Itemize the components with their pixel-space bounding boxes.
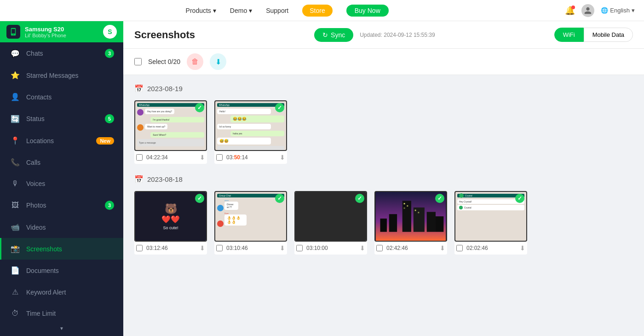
screenshot-checkbox[interactable]	[456, 245, 463, 251]
screenshot-image[interactable]: Group Chat momDinner at 7? Ryan👌👌👌👌👌 ✓	[214, 191, 287, 242]
sidebar-item-status[interactable]: 🔄Status5	[0, 108, 123, 130]
device-header: Samsung S20 Lil' Bobby's Phone S	[0, 21, 123, 42]
starred-icon: ⭐	[11, 71, 20, 80]
notification-dot	[571, 6, 575, 9]
download-button[interactable]: ⬇	[210, 53, 226, 70]
store-button[interactable]: Store	[302, 5, 332, 17]
sidebar-item-label: Videos	[26, 224, 114, 231]
sidebar-item-label: Calls	[26, 159, 114, 166]
download-icon[interactable]: ⬇	[360, 244, 365, 252]
sidebar-item-starred[interactable]: ⭐Starred Messages	[0, 64, 123, 86]
screenshot-card: Crystal Hey Crystal! Crystal ✓02:02:46⬇	[454, 191, 527, 255]
svg-rect-11	[418, 212, 419, 213]
sidebar-item-keyword-alert[interactable]: ⚠Keyword Alert	[0, 281, 123, 303]
calendar-icon: 📅	[134, 175, 144, 184]
sidebar: Samsung S20 Lil' Bobby's Phone S 💬Chats3…	[0, 21, 123, 336]
content-header: Screenshots ↻ Sync Updated: 2024-09-12 1…	[123, 21, 644, 49]
avatar[interactable]	[581, 4, 594, 17]
date-label: 2023-08-19	[147, 85, 183, 93]
screenshot-image[interactable]: ✓	[294, 191, 367, 242]
screenshots-grid: 🐻 ❤️❤️ So cute! ✓03:12:46⬇ Group Chat mo…	[134, 191, 633, 255]
download-icon[interactable]: ⬇	[440, 244, 445, 252]
screenshots-grid: WhatsApp Hey how are you doing? I'm good…	[134, 100, 633, 164]
sidebar-item-locations[interactable]: 📍LocationsNew	[0, 130, 123, 151]
connection-toggle: WiFi Mobile Data	[554, 28, 633, 42]
sidebar-item-documents[interactable]: 📄Documents	[0, 260, 123, 281]
sidebar-item-calls[interactable]: 📞Calls	[0, 151, 123, 173]
nav-demo[interactable]: Demo	[230, 7, 252, 14]
date-header: 📅2023-08-18	[134, 175, 633, 184]
screenshots-content: 📅2023-08-19 WhatsApp Hey how are you doi…	[123, 75, 644, 336]
screenshot-card: ✓03:10:00⬇	[294, 191, 367, 255]
content-area: Screenshots ↻ Sync Updated: 2024-09-12 1…	[123, 21, 644, 336]
sidebar-badge: 3	[105, 201, 114, 210]
download-icon[interactable]: ⬇	[280, 244, 285, 252]
sidebar-item-videos[interactable]: 📹Videos	[0, 216, 123, 238]
screenshot-image[interactable]: Crystal Hey Crystal! Crystal ✓	[454, 191, 527, 242]
sidebar-badge: 5	[105, 114, 114, 123]
sync-button[interactable]: ↻ Sync	[314, 28, 353, 42]
nav-support[interactable]: Support	[266, 7, 288, 14]
delete-button[interactable]: 🗑	[187, 53, 203, 70]
sidebar-item-label: Chats	[26, 50, 98, 57]
voices-icon: 🎙	[11, 180, 20, 188]
screenshot-image[interactable]: WhatsApp Hello! 😂😂😂 lol so funny haha ye…	[214, 100, 287, 151]
sidebar-item-voices[interactable]: 🎙Voices	[0, 173, 123, 194]
screenshot-checkbox[interactable]	[136, 154, 143, 161]
screenshot-image[interactable]: WhatsApp Hey how are you doing? I'm good…	[134, 100, 207, 151]
sidebar-item-label: Photos	[26, 202, 98, 209]
whatsapp-icon: ✓	[195, 194, 204, 203]
screenshot-image[interactable]: 🐻 ❤️❤️ So cute! ✓	[134, 191, 207, 242]
screenshot-checkbox[interactable]	[136, 245, 143, 251]
chevron-down-icon	[213, 7, 216, 14]
sidebar-item-contacts[interactable]: 👤Contacts	[0, 86, 123, 108]
sidebar-badge: 3	[105, 49, 114, 58]
download-icon[interactable]: ⬇	[520, 244, 525, 252]
download-icon[interactable]: ⬇	[280, 154, 285, 161]
screenshot-checkbox[interactable]	[216, 154, 223, 161]
device-name: Samsung S20	[25, 26, 98, 33]
screenshot-footer: 03:12:46⬇	[134, 242, 207, 255]
select-all-checkbox[interactable]	[134, 58, 142, 65]
sidebar-items: 💬Chats3⭐Starred Messages👤Contacts🔄Status…	[0, 42, 123, 324]
screenshot-footer: 04:22:34⬇	[134, 151, 207, 164]
whatsapp-icon: ✓	[275, 194, 284, 203]
screenshot-checkbox[interactable]	[376, 245, 383, 251]
language-selector[interactable]: 🌐 English	[601, 7, 635, 14]
sidebar-item-label: Time Limit	[26, 310, 114, 317]
screenshot-time: 03:12:46	[146, 245, 196, 251]
buynow-button[interactable]: Buy Now	[346, 5, 389, 17]
svg-rect-9	[404, 208, 405, 209]
sidebar-item-time-limit[interactable]: ⏱Time Limit	[0, 303, 123, 324]
chats-icon: 💬	[11, 49, 20, 58]
screenshot-checkbox[interactable]	[216, 245, 223, 251]
sidebar-item-label: Screenshots	[26, 245, 114, 253]
mobile-data-button[interactable]: Mobile Data	[584, 28, 633, 42]
notification-bell[interactable]: 🔔	[565, 6, 575, 16]
screenshot-footer: 02:42:46⬇	[374, 242, 447, 255]
keyword-alert-icon: ⚠	[11, 288, 20, 296]
svg-rect-2	[414, 208, 425, 232]
download-icon[interactable]: ⬇	[200, 244, 205, 252]
sidebar-item-screenshots[interactable]: 📸Screenshots	[0, 238, 123, 260]
sidebar-item-label: Documents	[26, 267, 114, 274]
sidebar-item-chats[interactable]: 💬Chats3	[0, 42, 123, 64]
sidebar-item-photos[interactable]: 🖼Photos3	[0, 194, 123, 216]
top-navigation: Products Demo Support Store Buy Now 🔔 🌐 …	[0, 0, 644, 21]
whatsapp-icon: ✓	[435, 194, 444, 203]
screenshot-time: 03:50:14	[226, 154, 276, 161]
download-icon[interactable]: ⬇	[200, 154, 205, 161]
screenshot-time: 03:10:46	[226, 245, 276, 251]
update-time: Updated: 2024-09-12 15:55:39	[360, 32, 435, 38]
nav-products[interactable]: Products	[186, 7, 216, 14]
wifi-button[interactable]: WiFi	[554, 28, 584, 42]
device-icon	[6, 25, 20, 39]
svg-rect-6	[436, 216, 443, 232]
screenshot-footer: 03:10:46⬇	[214, 242, 287, 255]
screenshot-card: WhatsApp Hey how are you doing? I'm good…	[134, 100, 207, 164]
screenshot-time: 04:22:34	[146, 154, 196, 161]
nav-right-actions: 🔔 🌐 English	[565, 4, 635, 17]
screenshot-image[interactable]: ✓	[374, 191, 447, 242]
screenshot-checkbox[interactable]	[296, 245, 303, 251]
locations-icon: 📍	[11, 136, 20, 145]
